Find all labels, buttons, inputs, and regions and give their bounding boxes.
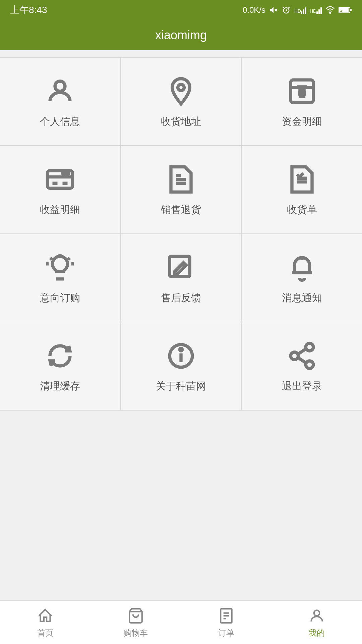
card-icon — [43, 163, 77, 196]
mine-icon — [308, 606, 326, 625]
app-header: xiaomimg — [0, 20, 362, 50]
svg-rect-12 — [320, 7, 322, 14]
home-icon — [36, 606, 55, 625]
svg-point-45 — [306, 343, 313, 351]
svg-rect-7 — [303, 9, 304, 14]
menu-item-intent-order[interactable]: 意向订购 — [0, 234, 120, 322]
menu-item-notification[interactable]: 消息通知 — [242, 234, 362, 322]
info-icon — [164, 339, 198, 373]
signal-icon-1: HD — [294, 5, 306, 15]
main-content: 个人信息 收货地址 ¥ 资金明细 — [0, 50, 362, 417]
svg-point-47 — [306, 361, 313, 369]
menu-item-fund-detail[interactable]: ¥ 资金明细 — [242, 58, 362, 145]
svg-point-18 — [55, 81, 65, 91]
bell-icon — [285, 251, 319, 284]
orders-icon — [217, 606, 236, 625]
svg-line-40 — [182, 264, 185, 267]
network-speed: 0.0K/s — [243, 5, 265, 15]
menu-label-receipt: 收货单 — [287, 203, 317, 217]
menu-label-notification: 消息通知 — [282, 291, 322, 305]
status-time: 上午8:43 — [10, 4, 47, 16]
menu-item-about[interactable]: 关于种苗网 — [121, 322, 241, 410]
menu-label-after-sale: 售后反馈 — [161, 291, 201, 305]
menu-grid: 个人信息 收货地址 ¥ 资金明细 — [0, 57, 362, 411]
svg-point-27 — [66, 172, 69, 175]
menu-item-receipt[interactable]: 收货单 — [242, 146, 362, 233]
status-icons: 0.0K/s HD HD 41 — [243, 5, 352, 15]
nav-label-mine: 我的 — [309, 628, 325, 638]
menu-label-logout: 退出登录 — [282, 379, 322, 393]
mute-icon — [269, 5, 278, 15]
refresh-icon — [43, 339, 77, 373]
svg-line-3 — [283, 7, 285, 8]
menu-item-revenue-detail[interactable]: 收益明细 — [0, 146, 120, 233]
svg-point-44 — [180, 348, 182, 351]
menu-label-intent-order: 意向订购 — [40, 291, 80, 305]
svg-line-38 — [68, 258, 70, 260]
svg-point-13 — [329, 12, 331, 13]
checklist-icon — [285, 163, 319, 196]
menu-label-clear-cache: 清理缓存 — [40, 379, 80, 393]
bottom-nav: 首页 购物车 订单 我的 — [0, 600, 362, 644]
svg-point-28 — [63, 172, 65, 175]
menu-label-sales-return: 销售退货 — [161, 203, 201, 217]
battery-icon: 41 — [339, 5, 352, 15]
person-icon — [43, 74, 77, 108]
svg-text:HD: HD — [310, 8, 316, 14]
svg-point-46 — [291, 352, 298, 360]
menu-item-sales-return[interactable]: 销售退货 — [121, 146, 241, 233]
header-title: xiaomimg — [155, 28, 207, 42]
svg-rect-8 — [305, 7, 306, 14]
edit-icon — [164, 251, 198, 284]
menu-item-clear-cache[interactable]: 清理缓存 — [0, 322, 120, 410]
payment-icon: ¥ — [285, 74, 319, 108]
location-icon — [164, 74, 198, 108]
cart-icon — [127, 606, 145, 625]
alarm-icon — [282, 5, 291, 15]
menu-label-fund-detail: 资金明细 — [282, 115, 322, 128]
svg-line-4 — [288, 7, 290, 8]
svg-line-48 — [298, 349, 306, 354]
menu-item-logout[interactable]: 退出登录 — [242, 322, 362, 410]
svg-rect-6 — [301, 11, 302, 14]
menu-label-about: 关于种苗网 — [156, 379, 206, 393]
nav-label-home: 首页 — [37, 628, 53, 638]
svg-rect-16 — [350, 9, 352, 11]
svg-rect-10 — [316, 11, 318, 14]
menu-label-revenue-detail: 收益明细 — [40, 203, 80, 217]
nav-label-orders: 订单 — [218, 628, 234, 638]
nav-item-mine[interactable]: 我的 — [272, 601, 362, 643]
menu-item-after-sale[interactable]: 售后反馈 — [121, 234, 241, 322]
svg-text:41: 41 — [340, 9, 344, 13]
menu-label-personal-info: 个人信息 — [40, 115, 80, 128]
menu-item-personal-info[interactable]: 个人信息 — [0, 58, 120, 145]
signal-icon-2: HD — [310, 5, 322, 15]
document-icon — [164, 163, 198, 196]
nav-item-orders[interactable]: 订单 — [181, 601, 272, 643]
svg-point-55 — [314, 610, 320, 616]
svg-text:HD: HD — [294, 8, 301, 14]
nav-item-cart[interactable]: 购物车 — [90, 601, 181, 643]
menu-label-shipping-address: 收货地址 — [161, 115, 201, 128]
svg-rect-11 — [318, 9, 320, 14]
svg-line-37 — [50, 258, 52, 260]
svg-point-19 — [178, 84, 184, 91]
menu-item-shipping-address[interactable]: 收货地址 — [121, 58, 241, 145]
share-icon — [285, 339, 319, 373]
status-bar: 上午8:43 0.0K/s HD HD 41 — [0, 0, 362, 20]
wifi-icon — [325, 5, 335, 15]
nav-label-cart: 购物车 — [124, 628, 148, 638]
svg-line-49 — [298, 358, 306, 363]
bulb-icon — [43, 251, 77, 284]
nav-item-home[interactable]: 首页 — [0, 601, 90, 643]
